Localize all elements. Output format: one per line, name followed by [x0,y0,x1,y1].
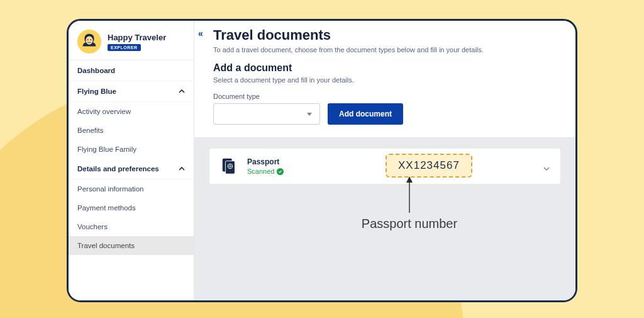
annotation-arrow: Passport number [353,176,466,231]
nav-vouchers[interactable]: Vouchers [69,217,194,236]
page-subtitle: To add a travel document, choose from th… [213,46,560,54]
document-type-select[interactable] [213,103,320,125]
nav-flying-blue-label: Flying Blue [77,88,116,95]
document-status: Scanned [247,168,284,175]
chevron-up-icon [179,166,185,172]
check-icon [277,168,284,175]
svg-point-1 [86,36,92,44]
nav-flying-blue[interactable]: Flying Blue [69,81,194,102]
nav-dashboard[interactable]: Dashboard [69,60,194,81]
nav-benefits[interactable]: Benefits [69,121,194,140]
profile-name: Happy Traveler [108,33,166,42]
passport-icon [221,157,238,175]
page-title: Travel documents [213,27,560,43]
section-subtitle: Select a document type and fill in your … [213,76,560,84]
add-document-button[interactable]: Add document [328,103,403,125]
nav-activity-overview[interactable]: Activity overview [69,102,194,121]
documents-list-area: Passport Scanned XX1234567 [194,137,575,300]
nav-travel-documents[interactable]: Travel documents [69,236,194,255]
main-content: « Travel documents To add a travel docum… [194,21,575,300]
document-title: Passport [247,157,284,166]
document-type-label: Document type [213,93,560,100]
svg-point-2 [87,39,89,40]
section-title: Add a document [213,62,560,74]
sidebar: Happy Traveler EXPLORER Dashboard Flying… [69,21,194,300]
collapse-sidebar-button[interactable]: « [198,28,202,38]
chevron-up-icon [179,88,185,94]
avatar-illustration [77,30,101,54]
app-window: Happy Traveler EXPLORER Dashboard Flying… [67,19,577,302]
document-status-text: Scanned [247,168,274,175]
avatar [77,30,101,54]
chevron-down-icon[interactable] [543,164,550,175]
profile-block[interactable]: Happy Traveler EXPLORER [69,21,194,60]
nav-flying-blue-family[interactable]: Flying Blue Family [69,140,194,159]
document-number-highlight: XX1234567 [386,154,472,178]
nav-dashboard-label: Dashboard [77,67,115,74]
annotation-label: Passport number [362,217,457,231]
nav-personal-information[interactable]: Personal information [69,179,194,198]
profile-badge: EXPLORER [108,44,141,51]
nav-details-label: Details and preferences [77,165,159,173]
nav-details-preferences[interactable]: Details and preferences [69,159,194,179]
nav-payment-methods[interactable]: Payment methods [69,198,194,217]
svg-point-3 [91,39,92,40]
